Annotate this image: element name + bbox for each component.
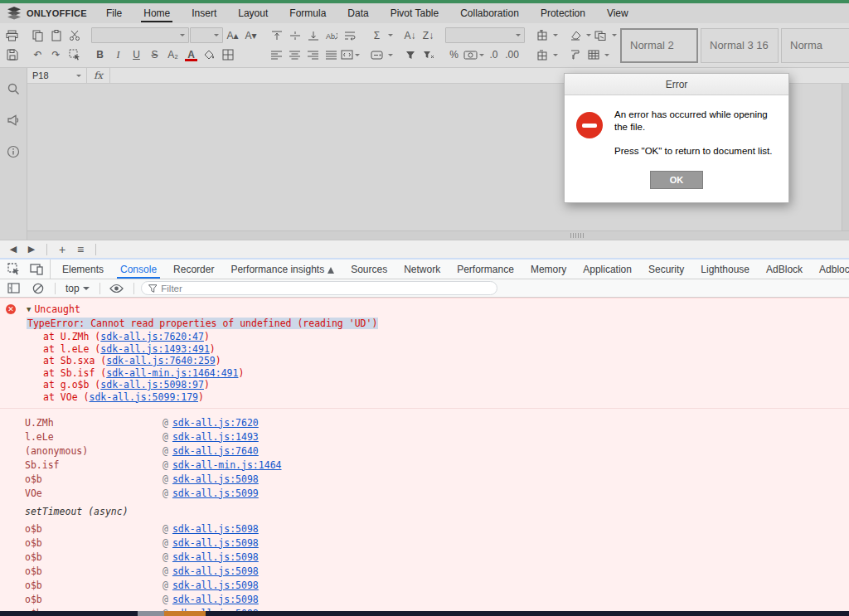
italic-button[interactable]: I [109,46,127,63]
clear-button[interactable] [566,27,584,44]
filter-button[interactable] [401,46,419,63]
copy-button[interactable] [29,27,46,44]
format-as-table-button[interactable] [585,46,602,63]
source-link[interactable]: sdk-all.js:7620:47 [100,331,204,342]
devtools-tab[interactable]: Security [640,259,692,279]
named-ranges-button[interactable] [368,46,386,63]
source-link[interactable]: sdk-all-min.js:1464 [172,459,282,471]
source-link[interactable]: sdk-all-min.js:1464:491 [106,367,238,379]
undo-button[interactable]: ↶ [29,46,46,63]
menu-item[interactable]: Data [337,3,379,23]
align-top-button[interactable] [268,27,285,44]
filter-input[interactable] [161,284,489,293]
decrement-font-button[interactable]: A▾ [242,27,260,44]
font-name-select[interactable] [91,27,189,43]
source-link[interactable]: sdk-all.js:5098 [172,565,259,577]
align-right-button[interactable] [304,46,322,63]
live-expression-eye-icon[interactable] [107,280,127,297]
source-link[interactable]: sdk-all.js:5098 [172,594,259,605]
source-link[interactable]: sdk-all.js:5099 [172,487,259,499]
menu-item[interactable]: View [596,3,639,23]
source-link[interactable]: sdk-all.js:5098 [172,551,259,563]
increase-decimal-button[interactable]: .00 [503,46,521,63]
devtools-tab[interactable]: Elements [54,259,112,279]
search-icon[interactable] [6,81,21,96]
increment-font-button[interactable]: A▴ [224,27,241,44]
menu-item[interactable]: Pivot Table [380,3,449,23]
copy-style-button[interactable] [592,27,609,44]
align-bottom-button[interactable] [304,27,322,44]
format-painter-button[interactable] [566,46,584,63]
devtools-tab[interactable]: Memory [522,259,575,279]
wrap-text-button[interactable] [341,27,358,44]
inspect-element-icon[interactable] [3,261,23,278]
delete-cells-button[interactable] [533,46,551,63]
menu-item[interactable]: Insert [181,3,227,23]
font-size-select[interactable] [190,27,223,43]
source-link[interactable]: sdk-all.js:5098 [172,523,259,535]
menu-item[interactable]: Protection [530,3,596,23]
align-middle-button[interactable] [286,27,303,44]
strikeout-button[interactable]: S [146,46,163,63]
next-sheet-button[interactable]: ▶ [23,242,40,257]
number-format-select[interactable] [445,27,525,43]
javascript-context-select[interactable]: top [62,283,93,294]
ok-button[interactable]: OK [650,171,703,189]
align-left-button[interactable] [268,46,285,63]
scrollbar-grip[interactable] [570,233,584,238]
vertical-scrollbar[interactable] [842,84,849,230]
dialog-title[interactable]: Error [565,74,788,95]
sort-ascending-button[interactable]: A↓ [401,27,419,44]
cell-name-box[interactable]: P18 [27,68,87,83]
sort-descending-button[interactable]: Z↓ [420,27,437,44]
horizontal-scrollbar[interactable] [27,230,849,240]
merge-cells-button[interactable] [341,46,360,63]
currency-style-button[interactable] [463,46,484,63]
source-link[interactable]: sdk-all.js:7640 [172,445,259,457]
percent-style-button[interactable]: % [445,46,463,63]
source-link[interactable]: sdk-all.js:1493:491 [100,343,210,355]
borders-button[interactable] [219,46,236,63]
cut-button[interactable] [65,27,83,44]
source-link[interactable]: sdk-all.js:5098 [172,537,259,549]
save-button[interactable] [3,46,21,63]
devtools-tab[interactable]: Application [575,259,640,279]
toggle-device-toolbar-icon[interactable] [27,261,46,278]
expand-triangle-icon[interactable]: ▼ [27,305,31,313]
align-center-button[interactable] [286,46,303,63]
devtools-tab[interactable]: Lighthouse [692,259,758,279]
select-all-button[interactable] [65,46,83,63]
print-button[interactable] [3,27,21,44]
source-link[interactable]: sdk-all.js:7620 [172,417,259,429]
source-link[interactable]: sdk-all.js:5098 [172,473,259,485]
add-sheet-button[interactable]: + [54,242,70,257]
prev-sheet-button[interactable]: ◀ [5,242,22,257]
console-sidebar-icon[interactable] [3,280,23,297]
source-link[interactable]: sdk-all.js:5098 [172,580,259,591]
devtools-tab[interactable]: Performance [449,259,522,279]
devtools-tab[interactable]: Recorder [165,259,222,279]
devtools-tab[interactable]: Adblock Plus [811,259,849,279]
cell-style-preset[interactable]: Norma [781,28,849,63]
source-link[interactable]: sdk-all.js:7640:259 [106,355,216,366]
devtools-tab[interactable]: Console [112,259,165,279]
subscript-button[interactable]: A₂ [164,46,182,63]
menu-item[interactable]: Home [133,3,181,23]
about-icon[interactable] [6,144,21,159]
redo-button[interactable]: ↷ [47,46,65,63]
fill-color-button[interactable] [201,46,218,63]
cell-style-preset[interactable]: Normal 2 [620,28,698,63]
decrease-decimal-button[interactable]: .0 [485,46,502,63]
console-filter[interactable] [141,281,497,295]
devtools-tab[interactable]: Performance insights [222,259,342,279]
cell-style-preset[interactable]: Normal 3 16 [701,28,779,63]
text-orientation-button[interactable]: Ab [323,27,340,44]
align-justify-button[interactable] [323,46,340,63]
devtools-tab[interactable]: Sources [342,259,395,279]
menu-item[interactable]: Formula [279,3,337,23]
feedback-icon[interactable] [6,113,21,128]
clear-filter-button[interactable] [420,46,437,63]
bold-button[interactable]: B [91,46,109,63]
devtools-tab[interactable]: Network [395,259,449,279]
source-link[interactable]: sdk-all.js:5099:179 [89,391,198,403]
